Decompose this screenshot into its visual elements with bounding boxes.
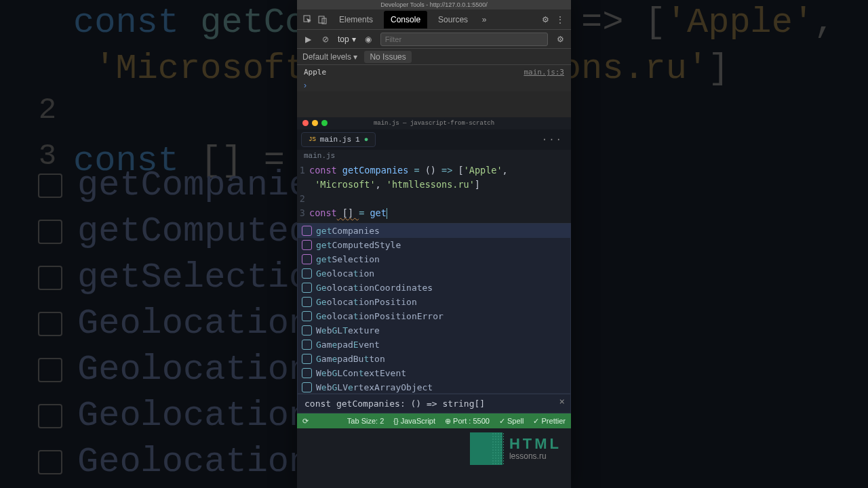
log-levels-select[interactable]: Default levels ▾ <box>302 52 357 62</box>
intellisense-popup[interactable]: getCompaniesgetComputedStylegetSelection… <box>297 223 571 394</box>
context-select[interactable]: top ▾ <box>338 35 356 44</box>
suggest-row[interactable]: GamepadEvent <box>298 338 570 352</box>
logo-mark-icon <box>470 432 502 465</box>
watermark-logo: HTML lessons.ru <box>470 432 561 465</box>
console-prompt[interactable]: › <box>297 79 571 92</box>
status-port[interactable]: ⊕ Port : 5500 <box>445 417 490 426</box>
log-message: Apple <box>304 68 326 77</box>
eye-icon[interactable]: ◉ <box>363 34 374 45</box>
close-icon[interactable]: × <box>559 396 565 407</box>
fn-kind-icon <box>302 254 312 264</box>
devtools-tabbar: Elements Console Sources » ⚙ ⋮ <box>297 9 571 30</box>
vscode: main.js — javascript-from-scratch JS mai… <box>297 117 571 488</box>
svg-rect-1 <box>319 16 324 23</box>
issues-pill[interactable]: No Issues <box>364 51 411 63</box>
inspect-icon[interactable] <box>302 14 313 25</box>
var-kind-icon <box>302 297 312 307</box>
suggest-row[interactable]: getComputedStyle <box>298 238 570 252</box>
more-tabs-icon[interactable]: » <box>479 14 490 25</box>
console-filter-input[interactable] <box>380 33 548 46</box>
vscode-title: main.js — javascript-from-scratch <box>297 117 571 129</box>
sync-icon[interactable]: ⟳ <box>302 417 309 426</box>
var-kind-icon <box>302 382 312 392</box>
clear-console-icon[interactable]: ⊘ <box>320 34 331 45</box>
suggest-row[interactable]: WebGLTexture <box>298 323 570 338</box>
console-log: Apple main.js:3 <box>297 65 571 79</box>
devtools: Developer Tools - http://127.0.0.1:5500/… <box>297 0 571 117</box>
var-kind-icon <box>302 368 312 378</box>
status-bar: ⟳ Tab Size: 2 {} JavaScript ⊕ Port : 550… <box>297 413 571 428</box>
code-editor[interactable]: 1const getCompanies = () => ['Apple', 'M… <box>297 162 571 223</box>
app-panel: Developer Tools - http://127.0.0.1:5500/… <box>297 0 571 488</box>
suggest-row[interactable]: GeolocationCoordinates <box>298 281 570 295</box>
var-kind-icon <box>302 354 312 364</box>
tab-sources[interactable]: Sources <box>431 11 475 28</box>
log-source-link[interactable]: main.js:3 <box>524 68 564 77</box>
var-kind-icon <box>302 325 312 336</box>
status-spell[interactable]: Spell <box>499 417 524 426</box>
breadcrumb[interactable]: main.js <box>297 150 571 162</box>
var-kind-icon <box>302 283 312 293</box>
status-prettier[interactable]: Prettier <box>533 417 566 426</box>
language-badge: JS <box>309 136 316 143</box>
device-toggle-icon[interactable] <box>317 14 328 25</box>
editor-tabbar: JS main.js 1 ● ··· <box>297 129 571 150</box>
console-toolbar: ▶︎ ⊘ top ▾ ◉ ⚙ <box>297 30 571 49</box>
gear-icon[interactable]: ⚙ <box>540 14 551 25</box>
fn-kind-icon <box>302 240 312 250</box>
tab-elements[interactable]: Elements <box>332 11 380 28</box>
signature-help: const getCompanies: () => string[] × <box>297 394 571 413</box>
tab-console[interactable]: Console <box>384 11 427 28</box>
status-tabsize[interactable]: Tab Size: 2 <box>347 417 384 425</box>
editor-more-button[interactable]: ··· <box>538 134 567 145</box>
window-controls[interactable] <box>302 120 328 126</box>
console-settings-icon[interactable]: ⚙ <box>555 34 566 45</box>
suggest-row[interactable]: Geolocation <box>298 266 570 281</box>
suggest-row[interactable]: getCompanies <box>298 224 570 238</box>
suggest-row[interactable]: GamepadButton <box>298 352 570 366</box>
var-kind-icon <box>302 340 312 350</box>
var-kind-icon <box>302 311 312 321</box>
editor-tab-mainjs[interactable]: JS main.js 1 ● <box>301 132 376 147</box>
status-lang[interactable]: {} JavaScript <box>393 417 435 425</box>
suggest-row[interactable]: GeolocationPositionError <box>298 309 570 323</box>
kebab-icon[interactable]: ⋮ <box>555 14 566 25</box>
suggest-row[interactable]: WebGLContextEvent <box>298 366 570 380</box>
modified-dot-icon: ● <box>364 136 369 144</box>
execute-icon[interactable]: ▶︎ <box>302 34 313 45</box>
suggest-row[interactable]: GeolocationPosition <box>298 295 570 309</box>
var-kind-icon <box>302 268 312 279</box>
suggest-row[interactable]: WebGLVertexArrayObject <box>298 380 570 394</box>
devtools-title: Developer Tools - http://127.0.0.1:5500/ <box>297 0 571 9</box>
fn-kind-icon <box>302 226 312 236</box>
suggest-row[interactable]: getSelection <box>298 252 570 266</box>
